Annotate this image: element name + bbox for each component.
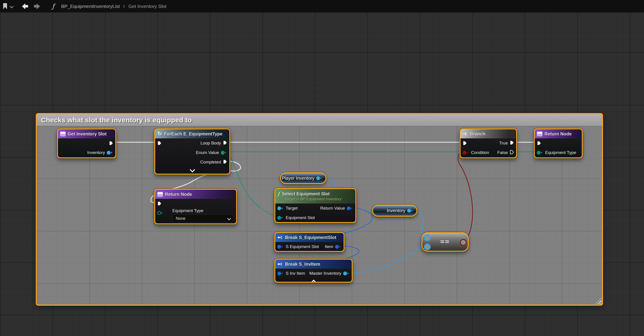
pin-equals-result-out[interactable] <box>460 239 467 246</box>
enum-dropdown[interactable]: None <box>172 214 234 223</box>
pin-equipment-type-in[interactable] <box>537 151 543 155</box>
pin-equipment-slot-in[interactable] <box>277 216 284 220</box>
node-equals[interactable]: == <box>422 232 469 252</box>
function-entry-icon <box>60 132 66 136</box>
collapse-toggle[interactable] <box>155 167 229 174</box>
pin-label: Return Value <box>320 206 345 211</box>
pin-loop-body-out[interactable] <box>223 140 227 146</box>
node-return-mid[interactable]: Return Node Equipment Type None <box>154 189 237 224</box>
pin-true-out[interactable] <box>510 140 514 146</box>
arrow-right-icon <box>37 3 43 9</box>
branch-icon <box>463 132 468 136</box>
pin-label: Equipment Slot <box>286 215 315 220</box>
pin-exec-out[interactable] <box>109 141 113 145</box>
comment-title: Checks what slot the inventory is equipp… <box>41 116 192 124</box>
bookmark-dropdown-chevron-icon[interactable] <box>10 4 14 8</box>
breadcrumb-blueprint[interactable]: BP_EquipmentInventoryList <box>61 3 120 9</box>
pin-label: Enum Value <box>196 150 219 155</box>
arrow-left-icon <box>19 3 25 9</box>
pin-label: S Inv Item <box>286 271 305 276</box>
node-header[interactable]: Get Inventory Slot <box>58 129 115 138</box>
node-header[interactable]: Break S_InvItem <box>275 260 352 269</box>
node-return-right[interactable]: Return Node Equipment Type <box>534 128 583 158</box>
node-inventory-getter[interactable]: Inventory <box>372 205 417 217</box>
breadcrumb-function[interactable]: Get Inventory Slot <box>128 3 166 9</box>
pin-label: Condition <box>471 150 489 155</box>
pin-label: False <box>498 150 508 155</box>
pin-exec-in[interactable] <box>157 141 162 145</box>
node-title: ForEach E_EquipmentType <box>164 131 222 137</box>
node-title: Get Inventory Slot <box>68 131 106 137</box>
node-header[interactable]: Break S_EquipmentSlot <box>275 233 344 242</box>
node-get-inventory-slot[interactable]: Get Inventory Slot Inventory <box>57 128 116 158</box>
pin-label: Master Inventory <box>310 271 342 276</box>
pin-completed-out[interactable] <box>223 159 227 165</box>
pin-player-inventory-out[interactable] <box>316 176 323 180</box>
node-title: Branch <box>470 131 486 137</box>
node-title: Break S_InvItem <box>285 262 320 267</box>
pin-label: Equipment Type <box>172 208 234 213</box>
pin-exec-in[interactable] <box>537 141 541 145</box>
node-break-invitem[interactable]: Break S_InvItem S Inv Item Master Invent… <box>274 259 353 283</box>
pin-label: Item <box>325 244 333 249</box>
pin-s-inv-item-in[interactable] <box>277 272 284 275</box>
pin-label: Inventory <box>87 150 105 155</box>
pin-label: Equipment Type <box>545 150 576 155</box>
node-title: Select Equipment Slot <box>282 191 330 197</box>
pin-item-out[interactable] <box>335 245 342 249</box>
pin-inventory-out[interactable] <box>107 151 113 155</box>
node-header[interactable]: ƒ Select Equipment Slot Target is BP Equ… <box>275 189 355 204</box>
collapse-toggle[interactable] <box>275 278 352 283</box>
node-foreach-equipmenttype[interactable]: ↻ ForEach E_EquipmentType Loop Body Enum… <box>154 128 230 175</box>
chevron-down-icon <box>190 167 195 172</box>
forward-button[interactable] <box>34 3 43 9</box>
breadcrumb-toolbar: ƒ BP_EquipmentInventoryList › Get Invent… <box>0 0 644 12</box>
node-header[interactable]: Return Node <box>155 190 236 199</box>
pin-exec-in[interactable] <box>157 201 162 206</box>
pin-label: S Equipment Slot <box>286 244 319 249</box>
function-icon: ƒ <box>52 2 54 10</box>
comment-header[interactable]: Checks what slot the inventory is equipp… <box>37 114 602 126</box>
loop-icon: ↻ <box>158 131 162 136</box>
node-player-inventory-getter[interactable]: Player Inventory <box>280 172 326 184</box>
pin-master-inventory-out[interactable] <box>343 272 350 275</box>
pin-inventory-out[interactable] <box>407 209 414 213</box>
pin-return-value-out[interactable] <box>347 206 353 210</box>
pin-s-equipment-slot-in[interactable] <box>277 245 284 249</box>
pin-label: Completed <box>200 160 221 165</box>
chevron-down-icon <box>227 217 231 220</box>
pin-exec-in[interactable] <box>462 141 467 145</box>
pin-false-out[interactable] <box>510 150 514 155</box>
pin-label: True <box>499 141 508 146</box>
bookmark-icon[interactable] <box>3 3 7 9</box>
variable-label: Player Inventory <box>282 176 314 181</box>
node-title: Break S_EquipmentSlot <box>285 235 336 240</box>
node-header[interactable]: Return Node <box>535 129 582 138</box>
break-struct-icon <box>278 262 283 266</box>
function-result-icon <box>537 132 542 136</box>
pin-label: Target <box>286 206 298 211</box>
node-break-equipmentslot[interactable]: Break S_EquipmentSlot S Equipment Slot I… <box>274 232 344 252</box>
function-result-icon <box>158 192 163 197</box>
blueprint-editor: Checks what slot the inventory is equipp… <box>0 0 644 336</box>
pin-enum-value-out[interactable] <box>221 151 227 155</box>
chevron-up-icon <box>311 280 316 283</box>
node-header[interactable]: ↻ ForEach E_EquipmentType <box>155 129 229 138</box>
pin-condition-in[interactable] <box>462 151 469 155</box>
node-branch[interactable]: Branch True Condition False <box>460 128 517 158</box>
pin-target-in[interactable] <box>277 206 284 210</box>
node-header[interactable]: Branch <box>460 129 516 138</box>
back-button[interactable] <box>19 3 28 9</box>
pin-equipment-type-in[interactable] <box>157 211 164 215</box>
pin-label: Loop Body <box>200 141 221 146</box>
variable-label: Inventory <box>387 208 405 213</box>
enum-dropdown-value: None <box>176 216 186 221</box>
node-subtitle: Target is BP Equipment Inventory <box>284 197 342 201</box>
node-title: Return Node <box>544 131 572 137</box>
break-struct-icon <box>278 236 283 239</box>
node-title: Return Node <box>165 192 192 197</box>
node-select-equipment-slot[interactable]: ƒ Select Equipment Slot Target is BP Equ… <box>274 188 356 223</box>
function-icon: ƒ <box>278 191 280 197</box>
